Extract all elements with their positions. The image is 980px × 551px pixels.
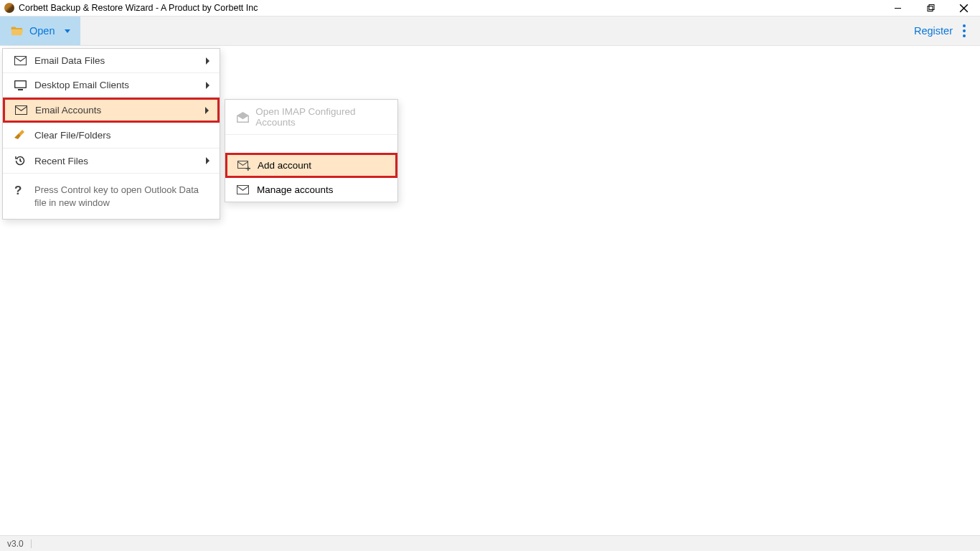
chevron-down-icon (65, 29, 70, 33)
history-icon (14, 155, 32, 166)
mail-icon (14, 56, 32, 65)
mail-icon (15, 105, 32, 115)
monitor-icon (14, 80, 32, 90)
toolbar: Open Register (0, 16, 980, 46)
title-bar: Corbett Backup & Restore Wizard - A Prod… (0, 0, 980, 16)
svg-rect-6 (15, 81, 25, 87)
hint-text: Press Control key to open Outlook Data f… (34, 184, 208, 209)
minimize-button[interactable] (881, 0, 914, 16)
broom-icon (14, 129, 32, 141)
menu-email-data-files[interactable]: Email Data Files (3, 49, 220, 73)
email-accounts-submenu: Open IMAP Configured Accounts Add accoun… (225, 99, 398, 202)
open-label: Open (29, 25, 55, 37)
svg-rect-2 (929, 4, 934, 9)
mail-icon (237, 185, 254, 194)
submenu-item-label: Manage accounts (257, 184, 334, 195)
menu-item-label: Email Data Files (34, 55, 206, 66)
submenu-item-label: Open IMAP Configured Accounts (255, 106, 387, 128)
menu-item-label: Desktop Email Clients (34, 80, 206, 90)
menu-clear-files[interactable]: Clear File/Folders (3, 123, 220, 149)
menu-item-label: Clear File/Folders (34, 130, 209, 141)
question-icon: ? (14, 184, 32, 209)
submenu-item-label: Add account (258, 160, 311, 171)
register-link[interactable]: Register (907, 17, 960, 45)
version-label: v3.0 (7, 539, 24, 549)
open-dropdown: Email Data Files Desktop Email Clients E… (2, 48, 220, 220)
window-controls (881, 0, 980, 16)
folder-icon (10, 24, 24, 38)
maximize-button[interactable] (914, 0, 947, 16)
submenu-add-account[interactable]: Add account (225, 153, 397, 178)
menu-desktop-email-clients[interactable]: Desktop Email Clients (3, 73, 220, 98)
status-bar: v3.0 (0, 535, 980, 551)
more-options-button[interactable] (960, 17, 980, 45)
window-title: Corbett Backup & Restore Wizard - A Prod… (19, 3, 258, 13)
chevron-right-icon (206, 157, 209, 164)
menu-recent-files[interactable]: Recent Files (3, 149, 220, 174)
chevron-right-icon (205, 107, 209, 114)
mail-plus-icon (237, 161, 255, 171)
menu-hint: ? Press Control key to open Outlook Data… (3, 174, 220, 219)
open-button[interactable]: Open (0, 17, 80, 45)
menu-email-accounts[interactable]: Email Accounts (3, 98, 220, 123)
submenu-open-imap: Open IMAP Configured Accounts (225, 100, 397, 135)
close-button[interactable] (947, 0, 980, 16)
chevron-right-icon (206, 57, 209, 65)
chevron-right-icon (206, 82, 209, 89)
svg-rect-1 (928, 6, 933, 11)
open-mail-icon (237, 112, 253, 123)
divider (31, 540, 32, 548)
submenu-manage-accounts[interactable]: Manage accounts (225, 178, 397, 202)
svg-rect-7 (18, 89, 23, 90)
menu-item-label: Recent Files (34, 156, 206, 166)
app-icon (4, 3, 14, 13)
menu-item-label: Email Accounts (35, 105, 205, 116)
